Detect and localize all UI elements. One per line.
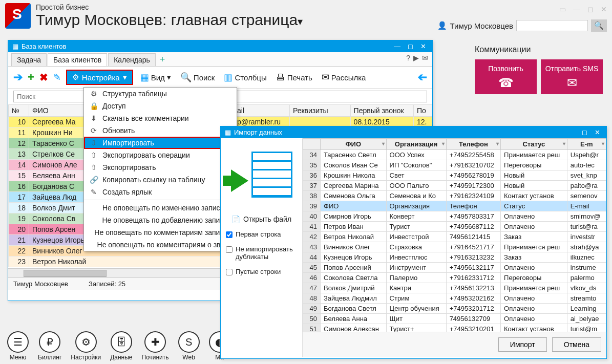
mailing-button[interactable]: ✉Рассылка xyxy=(320,71,368,84)
import-row[interactable]: 40Смирнов ИгорьКонверт+74957803317Оплаче… xyxy=(303,211,606,222)
menu-item-label: Не оповещать по комментариям о звонк xyxy=(97,241,231,249)
menu-item-label: Структура таблицы xyxy=(102,90,167,98)
menu-item[interactable]: ✎Создать ярлык xyxy=(84,186,237,198)
dock-item[interactable]: ☰Меню xyxy=(7,331,29,361)
col-mail[interactable]: ail xyxy=(234,105,290,117)
col-fio[interactable]: ФИО xyxy=(29,105,91,117)
import-col-header[interactable]: Телефон▾ xyxy=(446,139,500,150)
menu-item[interactable]: ⇩Импортировать xyxy=(84,137,237,149)
dock-item[interactable]: 🗄Данные xyxy=(110,331,132,361)
import-row[interactable]: 50Беляева АннаЩит74956132709Оплаченоai_b… xyxy=(303,314,606,324)
window-controls[interactable]: ▭ — ◻ ✕ xyxy=(559,5,607,13)
import-row[interactable]: 41Петров ИванТурист+74956687112Оплаченоt… xyxy=(303,222,606,232)
menu-item[interactable]: Не оповещать по комментариям записей xyxy=(84,226,237,239)
menu-item[interactable]: ⇧Экспортировать xyxy=(84,161,237,174)
clients-window-titlebar[interactable]: ▦ База клиентов — ◻ ✕ xyxy=(8,40,432,52)
menu-item[interactable]: ⚙Структура таблицы xyxy=(84,88,237,100)
no-duplicates-checkbox[interactable]: Не импортировать дубликаты xyxy=(226,245,297,261)
col-last[interactable]: По xyxy=(413,105,432,117)
import-row[interactable]: 42Ветров НиколайИнвестстрой74956121415За… xyxy=(303,232,606,242)
menu-item[interactable]: Не оповещать по комментариям о звонк xyxy=(84,239,237,251)
import-row[interactable]: 44Кузнецов ИгорьИнвестплюс+79163213232За… xyxy=(303,252,606,263)
minimize-icon[interactable]: — xyxy=(573,5,580,13)
dock-item[interactable]: ⚙Настройки xyxy=(71,331,101,361)
tab-clients[interactable]: База клиентов xyxy=(48,53,107,66)
import-row[interactable]: 48Зайцева ЛюдмилСтрим+74953202162Оплачен… xyxy=(303,293,606,304)
app-title[interactable]: Тимур Московцев: главная страница▾ xyxy=(36,11,437,29)
window-icon: ▦ xyxy=(12,42,18,50)
menu-item-label: Импортировать xyxy=(102,139,154,147)
call-button[interactable]: Позвонить☎ xyxy=(475,59,537,94)
col-call[interactable]: Первый звонок xyxy=(350,105,413,117)
delete-icon[interactable]: ✖ xyxy=(39,71,48,83)
menu-item[interactable]: Не оповещать по изменению записей xyxy=(84,202,237,214)
import-row[interactable]: 36Крошкин НиколаСвет+74956278019Новыйsve… xyxy=(303,170,606,181)
import-col-header[interactable]: E-m▾ xyxy=(567,139,606,150)
import-row[interactable]: 47Волков ДмитрийКантри+74956132213Приним… xyxy=(303,283,606,293)
dock-label: Починить xyxy=(142,354,169,361)
maximize-icon[interactable]: ◻ xyxy=(406,42,415,50)
add-icon[interactable]: + xyxy=(28,71,34,84)
view-button[interactable]: ▦Вид ▾ xyxy=(138,71,173,84)
menu-item-label: Экспортировать операции xyxy=(102,151,190,159)
global-search-input[interactable] xyxy=(516,20,588,31)
empty-rows-checkbox[interactable]: Пустые строки xyxy=(226,268,297,275)
open-file-button[interactable]: 📄 Открыть файл xyxy=(231,215,291,223)
tab-task[interactable]: Задача xyxy=(11,53,47,66)
dock-label: Меню xyxy=(10,354,26,361)
import-row[interactable]: 46Соколова СветлаПалермо+79162331712Пере… xyxy=(303,273,606,283)
col-num[interactable]: № xyxy=(9,105,29,117)
import-row[interactable]: 37Сергеева МаринаООО Пальто+74959172300Н… xyxy=(303,181,606,191)
import-row[interactable]: 38Семенова ОльгаСеменова и Ко+7916232410… xyxy=(303,191,606,201)
menu-item-icon: ⬇ xyxy=(89,114,98,122)
dock-item[interactable]: ✚Починить xyxy=(142,331,169,361)
search-button[interactable]: 🔍Поиск xyxy=(178,71,217,84)
import-col-header[interactable] xyxy=(303,139,321,150)
import-button[interactable]: Импорт xyxy=(498,337,547,352)
tab-calendar[interactable]: Календарь xyxy=(108,53,156,66)
import-row[interactable]: 39ФИООрганизацияТелефонСтатусE-mail xyxy=(303,201,606,211)
import-col-header[interactable]: Организация▾ xyxy=(386,139,446,150)
mail-icon[interactable]: ✉ xyxy=(422,54,428,62)
import-col-header[interactable]: ФИО▾ xyxy=(321,139,387,150)
cancel-button[interactable]: Отмена xyxy=(552,337,601,352)
maximize-icon[interactable]: ◻ xyxy=(587,5,594,13)
import-row[interactable]: 35Соколов Иван СеИП "Соколов"+7916321070… xyxy=(303,160,606,170)
import-row[interactable]: 51Симонов АлексанТурист++74953210201Конт… xyxy=(303,324,606,332)
menu-item[interactable]: ⟳Обновить xyxy=(84,124,237,137)
minimize-icon[interactable]: — xyxy=(392,42,403,50)
back-icon[interactable]: ➔ xyxy=(418,71,427,84)
menu-item-label: Создать ярлык xyxy=(102,188,152,196)
import-row[interactable]: 34Тарасенко СветлООО Успех+74952255458Пр… xyxy=(303,150,606,160)
tab-add[interactable]: + xyxy=(157,54,168,65)
close-icon[interactable]: ✕ xyxy=(418,42,428,50)
settings-button[interactable]: ⚙ Настройка ▾ xyxy=(66,70,133,85)
menu-item[interactable]: Не оповещать по добавлению записей xyxy=(84,214,237,226)
dock-item[interactable]: ₽Биллинг xyxy=(38,331,61,361)
user-name[interactable]: Тимур Московцев xyxy=(450,22,514,30)
help-icon[interactable]: ? xyxy=(406,54,410,62)
menu-item[interactable]: 🔗Копировать ссылку на таблицу xyxy=(84,174,237,186)
import-col-header[interactable]: Статус▾ xyxy=(501,139,567,150)
close-icon[interactable]: ✕ xyxy=(601,5,607,13)
menu-item[interactable]: 🔒Доступ xyxy=(84,100,237,112)
sms-button[interactable]: Отправить SMS✉ xyxy=(541,59,603,94)
columns-button[interactable]: ▥Столбцы xyxy=(222,71,268,84)
print-button[interactable]: 🖶Печать xyxy=(274,71,314,84)
close-icon[interactable]: ✕ xyxy=(593,129,602,136)
status-user: Тимур Московцев xyxy=(13,280,68,288)
edit-icon[interactable]: ✎ xyxy=(53,72,61,83)
import-titlebar[interactable]: ▦ Импорт данных ◻ ✕ xyxy=(221,126,606,138)
menu-item[interactable]: ⬇Скачать все комментарии xyxy=(84,112,237,124)
col-req[interactable]: Реквизиты xyxy=(289,105,350,117)
first-row-checkbox[interactable]: Первая строка xyxy=(226,230,297,238)
import-row[interactable]: 43Винников ОлегСтраховка+79164521717Прин… xyxy=(303,242,606,252)
video-icon[interactable]: ▶ xyxy=(413,54,419,62)
forward-icon[interactable]: ➔ xyxy=(13,71,23,84)
dock-item[interactable]: SWeb xyxy=(178,331,200,361)
menu-item[interactable]: ⇧Экспортировать операции xyxy=(84,149,237,161)
import-row[interactable]: 45Попов АрсенийИнструмент+74956132117Опл… xyxy=(303,263,606,273)
maximize-icon[interactable]: ◻ xyxy=(580,129,589,136)
import-row[interactable]: 49Богданова СветлЦентр обучения+74953201… xyxy=(303,304,606,314)
search-icon[interactable]: 🔍 xyxy=(591,19,607,32)
